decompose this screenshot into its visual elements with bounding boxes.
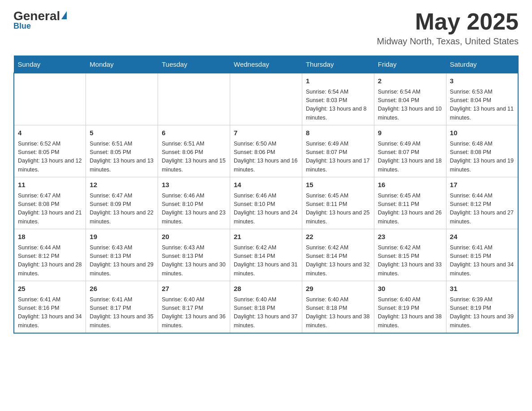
day-number: 30	[378, 284, 442, 294]
page-header: General Blue May 2025 Midway North, Texa…	[13, 9, 519, 47]
day-number: 12	[90, 180, 154, 190]
day-info: Sunrise: 6:46 AM Sunset: 8:10 PM Dayligh…	[234, 192, 298, 227]
calendar-cell: 16Sunrise: 6:45 AM Sunset: 8:11 PM Dayli…	[374, 177, 446, 229]
logo: General Blue	[13, 9, 67, 31]
day-info: Sunrise: 6:47 AM Sunset: 8:09 PM Dayligh…	[90, 192, 154, 227]
calendar-cell: 1Sunrise: 6:54 AM Sunset: 8:03 PM Daylig…	[302, 73, 374, 125]
header-row: Sunday Monday Tuesday Wednesday Thursday…	[14, 56, 518, 73]
day-number: 17	[450, 180, 514, 190]
calendar-cell: 22Sunrise: 6:42 AM Sunset: 8:14 PM Dayli…	[302, 229, 374, 281]
day-info: Sunrise: 6:51 AM Sunset: 8:05 PM Dayligh…	[90, 140, 154, 175]
calendar-cell: 8Sunrise: 6:49 AM Sunset: 8:07 PM Daylig…	[302, 125, 374, 177]
col-saturday: Saturday	[446, 56, 518, 73]
calendar-cell: 25Sunrise: 6:41 AM Sunset: 8:16 PM Dayli…	[14, 281, 86, 334]
calendar-cell: 6Sunrise: 6:51 AM Sunset: 8:06 PM Daylig…	[158, 125, 230, 177]
calendar-row: 11Sunrise: 6:47 AM Sunset: 8:08 PM Dayli…	[14, 177, 518, 229]
day-info: Sunrise: 6:41 AM Sunset: 8:16 PM Dayligh…	[18, 295, 82, 330]
day-number: 6	[162, 128, 226, 138]
day-info: Sunrise: 6:39 AM Sunset: 8:19 PM Dayligh…	[450, 295, 514, 330]
day-number: 13	[162, 180, 226, 190]
calendar-cell: 3Sunrise: 6:53 AM Sunset: 8:04 PM Daylig…	[446, 73, 518, 125]
calendar-cell	[86, 73, 158, 125]
day-info: Sunrise: 6:49 AM Sunset: 8:07 PM Dayligh…	[378, 140, 442, 175]
day-number: 14	[234, 180, 298, 190]
calendar-cell: 27Sunrise: 6:40 AM Sunset: 8:17 PM Dayli…	[158, 281, 230, 334]
location: Midway North, Texas, United States	[377, 36, 519, 47]
day-info: Sunrise: 6:41 AM Sunset: 8:15 PM Dayligh…	[450, 244, 514, 278]
calendar-cell: 11Sunrise: 6:47 AM Sunset: 8:08 PM Dayli…	[14, 177, 86, 229]
day-number: 19	[90, 232, 154, 242]
calendar-cell: 20Sunrise: 6:43 AM Sunset: 8:13 PM Dayli…	[158, 229, 230, 281]
day-number: 5	[90, 128, 154, 138]
calendar-cell: 10Sunrise: 6:48 AM Sunset: 8:08 PM Dayli…	[446, 125, 518, 177]
calendar-cell	[158, 73, 230, 125]
col-thursday: Thursday	[302, 56, 374, 73]
day-info: Sunrise: 6:49 AM Sunset: 8:07 PM Dayligh…	[306, 140, 370, 175]
calendar-cell: 9Sunrise: 6:49 AM Sunset: 8:07 PM Daylig…	[374, 125, 446, 177]
calendar-cell: 26Sunrise: 6:41 AM Sunset: 8:17 PM Dayli…	[86, 281, 158, 334]
day-info: Sunrise: 6:40 AM Sunset: 8:18 PM Dayligh…	[234, 295, 298, 330]
day-info: Sunrise: 6:40 AM Sunset: 8:18 PM Dayligh…	[306, 295, 370, 330]
day-number: 9	[378, 128, 442, 138]
day-number: 10	[450, 128, 514, 138]
calendar-cell: 19Sunrise: 6:43 AM Sunset: 8:13 PM Dayli…	[86, 229, 158, 281]
col-sunday: Sunday	[14, 56, 86, 73]
day-info: Sunrise: 6:50 AM Sunset: 8:06 PM Dayligh…	[234, 140, 298, 175]
day-number: 31	[450, 284, 514, 294]
calendar-cell: 12Sunrise: 6:47 AM Sunset: 8:09 PM Dayli…	[86, 177, 158, 229]
day-number: 16	[378, 180, 442, 190]
calendar-cell: 17Sunrise: 6:44 AM Sunset: 8:12 PM Dayli…	[446, 177, 518, 229]
day-number: 3	[450, 76, 514, 86]
day-number: 23	[378, 232, 442, 242]
calendar-cell: 29Sunrise: 6:40 AM Sunset: 8:18 PM Dayli…	[302, 281, 374, 334]
day-info: Sunrise: 6:44 AM Sunset: 8:12 PM Dayligh…	[18, 244, 82, 278]
day-info: Sunrise: 6:54 AM Sunset: 8:04 PM Dayligh…	[378, 88, 442, 123]
calendar-row: 18Sunrise: 6:44 AM Sunset: 8:12 PM Dayli…	[14, 229, 518, 281]
day-number: 4	[18, 128, 82, 138]
day-info: Sunrise: 6:47 AM Sunset: 8:08 PM Dayligh…	[18, 192, 82, 227]
day-info: Sunrise: 6:46 AM Sunset: 8:10 PM Dayligh…	[162, 192, 226, 227]
day-number: 25	[18, 284, 82, 294]
calendar-cell: 31Sunrise: 6:39 AM Sunset: 8:19 PM Dayli…	[446, 281, 518, 334]
day-number: 21	[234, 232, 298, 242]
calendar-cell: 23Sunrise: 6:42 AM Sunset: 8:15 PM Dayli…	[374, 229, 446, 281]
day-info: Sunrise: 6:45 AM Sunset: 8:11 PM Dayligh…	[306, 192, 370, 227]
calendar-cell: 4Sunrise: 6:52 AM Sunset: 8:05 PM Daylig…	[14, 125, 86, 177]
day-info: Sunrise: 6:53 AM Sunset: 8:04 PM Dayligh…	[450, 88, 514, 123]
day-info: Sunrise: 6:40 AM Sunset: 8:17 PM Dayligh…	[162, 295, 226, 330]
calendar-row: 25Sunrise: 6:41 AM Sunset: 8:16 PM Dayli…	[14, 281, 518, 334]
day-info: Sunrise: 6:44 AM Sunset: 8:12 PM Dayligh…	[450, 192, 514, 227]
day-number: 18	[18, 232, 82, 242]
day-info: Sunrise: 6:42 AM Sunset: 8:14 PM Dayligh…	[306, 244, 370, 278]
day-number: 1	[306, 76, 370, 86]
calendar-cell: 24Sunrise: 6:41 AM Sunset: 8:15 PM Dayli…	[446, 229, 518, 281]
day-number: 20	[162, 232, 226, 242]
title-block: May 2025 Midway North, Texas, United Sta…	[377, 9, 519, 47]
calendar-cell	[230, 73, 302, 125]
calendar-cell: 18Sunrise: 6:44 AM Sunset: 8:12 PM Dayli…	[14, 229, 86, 281]
calendar-body: 1Sunrise: 6:54 AM Sunset: 8:03 PM Daylig…	[14, 73, 518, 333]
calendar-cell: 7Sunrise: 6:50 AM Sunset: 8:06 PM Daylig…	[230, 125, 302, 177]
day-info: Sunrise: 6:48 AM Sunset: 8:08 PM Dayligh…	[450, 140, 514, 175]
day-info: Sunrise: 6:42 AM Sunset: 8:15 PM Dayligh…	[378, 244, 442, 278]
day-info: Sunrise: 6:42 AM Sunset: 8:14 PM Dayligh…	[234, 244, 298, 278]
col-friday: Friday	[374, 56, 446, 73]
calendar-header: Sunday Monday Tuesday Wednesday Thursday…	[14, 56, 518, 73]
logo-blue: Blue	[13, 21, 31, 31]
calendar-cell: 14Sunrise: 6:46 AM Sunset: 8:10 PM Dayli…	[230, 177, 302, 229]
day-number: 15	[306, 180, 370, 190]
day-info: Sunrise: 6:43 AM Sunset: 8:13 PM Dayligh…	[90, 244, 154, 278]
day-info: Sunrise: 6:45 AM Sunset: 8:11 PM Dayligh…	[378, 192, 442, 227]
day-info: Sunrise: 6:51 AM Sunset: 8:06 PM Dayligh…	[162, 140, 226, 175]
calendar-cell	[14, 73, 86, 125]
day-number: 28	[234, 284, 298, 294]
day-info: Sunrise: 6:40 AM Sunset: 8:19 PM Dayligh…	[378, 295, 442, 330]
calendar-cell: 15Sunrise: 6:45 AM Sunset: 8:11 PM Dayli…	[302, 177, 374, 229]
col-monday: Monday	[86, 56, 158, 73]
calendar-cell: 13Sunrise: 6:46 AM Sunset: 8:10 PM Dayli…	[158, 177, 230, 229]
day-number: 8	[306, 128, 370, 138]
day-number: 22	[306, 232, 370, 242]
calendar-row: 4Sunrise: 6:52 AM Sunset: 8:05 PM Daylig…	[14, 125, 518, 177]
day-info: Sunrise: 6:52 AM Sunset: 8:05 PM Dayligh…	[18, 140, 82, 175]
day-number: 27	[162, 284, 226, 294]
